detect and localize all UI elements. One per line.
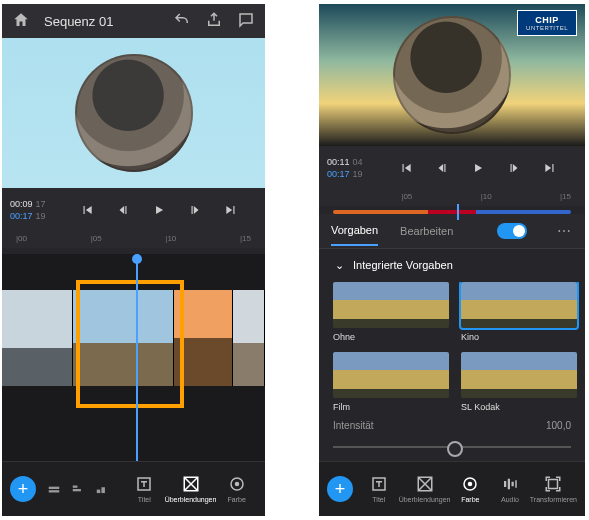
title-tool[interactable]: Titel <box>124 475 165 503</box>
preset-thumb <box>461 282 577 328</box>
intensity-slider[interactable] <box>333 437 571 457</box>
app-right: CHIP UNTERTITEL 00:1104 00:1719 |05 |10 … <box>319 4 585 516</box>
tab-row: Vorgaben Bearbeiten ⋯ <box>319 214 585 249</box>
comment-icon[interactable] <box>237 11 255 31</box>
preview-area[interactable]: CHIP UNTERTITEL <box>319 4 585 146</box>
chip-badge: CHIP UNTERTITEL <box>517 10 577 36</box>
svg-rect-4 <box>97 490 101 494</box>
color-tool[interactable]: Farbe <box>450 475 490 503</box>
preset-kino[interactable]: Kino <box>461 282 577 342</box>
duration-time: 00:17 <box>10 211 33 221</box>
svg-rect-2 <box>73 486 78 488</box>
color-tool[interactable]: Farbe <box>216 475 257 503</box>
timecode: 00:0917 00:1719 <box>2 199 54 222</box>
step-back-icon[interactable] <box>435 161 449 177</box>
svg-rect-17 <box>515 480 517 488</box>
tab-presets[interactable]: Vorgaben <box>331 216 378 246</box>
more-icon[interactable]: ⋯ <box>557 223 573 239</box>
transitions-tool[interactable]: Überblendungen <box>399 475 451 503</box>
layout1-icon[interactable] <box>42 482 66 496</box>
skip-start-icon[interactable] <box>80 203 94 219</box>
clip[interactable] <box>2 290 73 386</box>
skip-end-icon[interactable] <box>224 203 238 219</box>
playhead-marker[interactable] <box>457 204 459 220</box>
preset-film[interactable]: Film <box>333 352 449 412</box>
timecode: 00:1104 00:1719 <box>319 157 371 180</box>
intensity-value: 100,0 <box>546 420 571 431</box>
svg-rect-15 <box>508 479 510 490</box>
svg-rect-16 <box>511 482 513 487</box>
layout2-icon[interactable] <box>66 482 90 496</box>
playback-row: 00:0917 00:1719 <box>2 188 265 234</box>
enable-toggle[interactable] <box>497 223 527 239</box>
bottom-toolbar: + Titel Überblendungen Farbe Audio Trans… <box>319 461 585 516</box>
svg-rect-5 <box>101 487 105 493</box>
transform-tool[interactable]: Transformieren <box>530 475 577 503</box>
svg-rect-1 <box>49 490 60 492</box>
step-fwd-icon[interactable] <box>188 203 202 219</box>
duration-time: 00:17 <box>327 169 350 179</box>
audio-tool[interactable]: Audio <box>490 475 530 503</box>
preset-sl-kodak[interactable]: SL Kodak <box>461 352 577 412</box>
timeline[interactable] <box>2 254 265 461</box>
preview-image <box>75 54 193 172</box>
preset-thumb <box>333 352 449 398</box>
playback-row: 00:1104 00:1719 <box>319 146 585 192</box>
preset-label: Film <box>333 402 449 412</box>
step-fwd-icon[interactable] <box>507 161 521 177</box>
preset-ohne[interactable]: Ohne <box>333 282 449 342</box>
preset-thumb <box>461 352 577 398</box>
current-time: 00:11 <box>327 157 350 167</box>
intensity-row: Intensität 100,0 <box>319 413 585 437</box>
svg-point-9 <box>234 482 239 487</box>
svg-rect-3 <box>73 489 81 491</box>
time-ruler[interactable]: |05 |10 |15 <box>319 192 585 206</box>
preset-label: Ohne <box>333 332 449 342</box>
add-button[interactable]: + <box>10 476 36 502</box>
chevron-down-icon: ⌄ <box>335 259 344 272</box>
svg-rect-0 <box>49 487 60 489</box>
preview-area[interactable] <box>2 38 265 188</box>
step-back-icon[interactable] <box>116 203 130 219</box>
title-tool[interactable]: Titel <box>359 475 399 503</box>
svg-rect-18 <box>549 480 558 489</box>
share-icon[interactable] <box>205 11 223 31</box>
undo-icon[interactable] <box>173 11 191 31</box>
top-bar: Sequenz 01 <box>2 4 265 38</box>
preset-label: Kino <box>461 332 577 342</box>
time-ruler[interactable]: |00 |05 |10 |15 <box>2 234 265 248</box>
home-icon[interactable] <box>12 11 30 31</box>
current-time: 00:09 <box>10 199 33 209</box>
clip[interactable] <box>233 290 265 386</box>
play-icon[interactable] <box>152 203 166 219</box>
clip-selection[interactable] <box>76 280 184 408</box>
transitions-tool[interactable]: Überblendungen <box>165 475 217 503</box>
play-icon[interactable] <box>471 161 485 177</box>
svg-rect-14 <box>504 481 506 487</box>
preview-image <box>393 16 511 134</box>
bottom-toolbar: + Titel Überblendungen Farbe <box>2 461 265 516</box>
section-header[interactable]: ⌄ Integrierte Vorgaben <box>319 249 585 282</box>
sequence-title: Sequenz 01 <box>44 14 159 29</box>
preset-label: SL Kodak <box>461 402 577 412</box>
svg-point-13 <box>468 482 473 487</box>
app-left: Sequenz 01 00:0917 00:1719 |00 |05 |10 |… <box>2 4 265 516</box>
mini-timeline[interactable] <box>333 210 571 214</box>
intensity-label: Intensität <box>333 420 374 431</box>
add-button[interactable]: + <box>327 476 353 502</box>
presets-grid: OhneKinoFilmSL Kodak <box>319 282 585 413</box>
skip-end-icon[interactable] <box>543 161 557 177</box>
preset-thumb <box>333 282 449 328</box>
tab-edit[interactable]: Bearbeiten <box>400 217 453 245</box>
skip-start-icon[interactable] <box>399 161 413 177</box>
layout3-icon[interactable] <box>90 482 114 496</box>
playhead[interactable] <box>136 254 138 461</box>
